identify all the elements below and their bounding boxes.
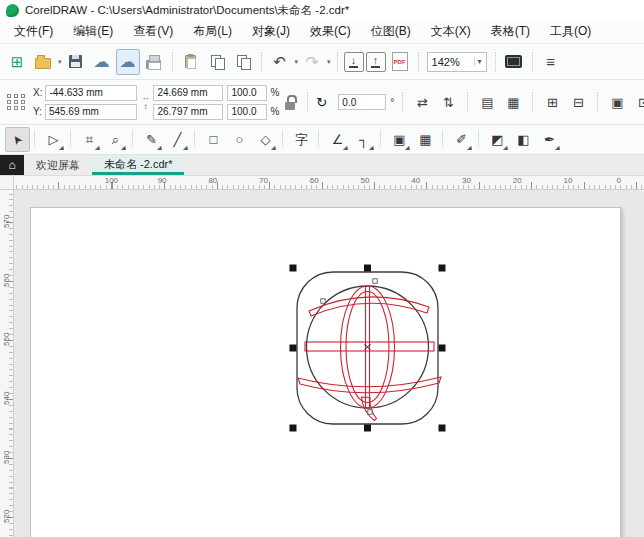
window-title: CorelDRAW - C:\Users\Administrator\Docum… xyxy=(25,3,349,18)
tool-button[interactable]: ⌕ xyxy=(103,127,128,152)
menu-item[interactable]: 布局(L) xyxy=(183,20,242,43)
tool-button[interactable]: ┐ xyxy=(351,127,376,152)
undo-button[interactable]: ↶ xyxy=(268,49,292,75)
open-dropdown-icon[interactable]: ▾ xyxy=(58,58,62,66)
paste-button[interactable] xyxy=(179,49,203,75)
redo-dropdown-icon[interactable]: ▾ xyxy=(327,58,331,66)
edit-fill-button[interactable]: ▦ xyxy=(502,91,524,113)
tool-button[interactable]: ▷ xyxy=(41,127,66,152)
y-label: Y: xyxy=(33,106,42,117)
selection-handle[interactable] xyxy=(290,345,297,352)
position-fields: X: Y: xyxy=(33,85,137,120)
zoom-level-combobox[interactable]: 142% ▾ xyxy=(427,52,487,72)
tool-icon: 字 xyxy=(295,131,308,149)
tool-button[interactable]: □ xyxy=(201,127,226,152)
separator xyxy=(467,92,468,112)
mirror-vertical-button[interactable]: ⇅ xyxy=(437,91,459,113)
chevron-down-icon[interactable]: ▾ xyxy=(474,57,482,66)
vertical-ruler[interactable]: 570560550540530520 xyxy=(0,190,14,537)
lock-ratio-button[interactable] xyxy=(285,95,297,110)
duplicate-button[interactable] xyxy=(231,49,255,75)
to-front-button[interactable]: ▣ xyxy=(606,91,628,113)
show-options-button[interactable]: ≡ xyxy=(539,49,563,75)
tool-button[interactable]: ✐ xyxy=(449,127,474,152)
ruler-number: 520 xyxy=(0,510,14,523)
menu-item[interactable]: 文本(X) xyxy=(421,20,481,43)
tool-button[interactable]: ∠ xyxy=(325,127,350,152)
tool-button[interactable]: ▦ xyxy=(413,127,438,152)
fullscreen-preview-button[interactable] xyxy=(502,49,526,75)
tool-icon: ▷ xyxy=(49,132,59,147)
selection-handle[interactable] xyxy=(364,425,371,432)
size-fields xyxy=(153,85,223,120)
separator xyxy=(172,52,173,72)
object-height-input[interactable] xyxy=(153,104,223,120)
selection-handle[interactable] xyxy=(439,265,446,272)
scale-vertical-input[interactable] xyxy=(227,104,267,120)
selection-handle[interactable] xyxy=(364,265,371,272)
menu-item[interactable]: 文件(F) xyxy=(4,20,63,43)
group-button[interactable]: ⊞ xyxy=(541,91,563,113)
tab-welcome-screen[interactable]: 欢迎屏幕 xyxy=(24,155,92,175)
to-back-button[interactable]: ⊡ xyxy=(632,91,644,113)
export-button[interactable]: ↑ xyxy=(366,52,386,72)
tool-button[interactable]: ⌗ xyxy=(77,127,102,152)
tool-button[interactable]: ◧ xyxy=(511,127,536,152)
wrap-text-button[interactable]: ▤ xyxy=(476,91,498,113)
menu-item[interactable]: 效果(C) xyxy=(300,20,361,43)
selection-handle[interactable] xyxy=(439,345,446,352)
floppy-icon xyxy=(69,55,82,68)
publish-to-pdf-button[interactable]: PDF xyxy=(388,49,412,75)
undo-dropdown-icon[interactable]: ▾ xyxy=(295,58,299,66)
object-origin-selector[interactable] xyxy=(7,94,26,110)
tool-button[interactable]: ╱ xyxy=(165,127,190,152)
mirror-horizontal-button[interactable]: ⇄ xyxy=(411,91,433,113)
import-button[interactable]: ↓ xyxy=(344,52,364,72)
open-from-cloud-button[interactable]: ☁ xyxy=(90,49,114,75)
selection-handle[interactable] xyxy=(290,425,297,432)
selection-handle[interactable] xyxy=(290,265,297,272)
print-button[interactable] xyxy=(142,49,166,75)
rotation-angle-input[interactable] xyxy=(338,94,386,110)
selected-object-globe-drawing[interactable] xyxy=(284,258,454,438)
save-to-cloud-button[interactable]: ☁ xyxy=(116,49,140,75)
welcome-home-tab[interactable]: ⌂ xyxy=(0,155,24,175)
drawing-window[interactable] xyxy=(14,190,644,537)
menu-item[interactable]: 表格(T) xyxy=(481,20,540,43)
new-document-button[interactable]: ⊞ xyxy=(5,49,29,75)
separator xyxy=(337,52,338,72)
menu-item[interactable]: 对象(J) xyxy=(242,20,300,43)
redo-button[interactable]: ↷ xyxy=(300,49,324,75)
ruler-number: 530 xyxy=(0,451,14,464)
ruler-number: 90 xyxy=(137,176,188,185)
tool-icon: ➤ xyxy=(9,131,26,147)
tool-button[interactable]: ✒ xyxy=(537,127,562,152)
open-document-button[interactable] xyxy=(31,49,55,75)
y-position-input[interactable] xyxy=(45,104,137,120)
ruler-corner[interactable] xyxy=(0,176,14,189)
object-width-input[interactable] xyxy=(153,85,223,101)
tool-button[interactable]: ◩ xyxy=(485,127,510,152)
scale-horizontal-input[interactable] xyxy=(227,85,267,101)
menu-item[interactable]: 工具(O) xyxy=(540,20,601,43)
menu-item[interactable]: 编辑(E) xyxy=(63,20,123,43)
tool-button[interactable]: ○ xyxy=(227,127,252,152)
document-page[interactable] xyxy=(30,207,621,537)
tool-button[interactable]: 字 xyxy=(289,127,314,152)
tab-document[interactable]: 未命名 -2.cdr* xyxy=(92,155,184,175)
selection-handle[interactable] xyxy=(439,425,446,432)
menu-item[interactable]: 查看(V) xyxy=(123,20,183,43)
x-position-input[interactable] xyxy=(45,85,137,101)
tool-button[interactable]: ✎ xyxy=(139,127,164,152)
save-button[interactable] xyxy=(64,49,88,75)
ruler-number: 100 xyxy=(86,176,137,185)
tool-button[interactable]: ▣ xyxy=(387,127,412,152)
copy-button[interactable] xyxy=(205,49,229,75)
tool-button[interactable]: ➤ xyxy=(5,127,30,152)
ruler-number: 60 xyxy=(289,176,340,185)
tool-button[interactable]: ◇ xyxy=(253,127,278,152)
menu-item[interactable]: 位图(B) xyxy=(361,20,421,43)
ungroup-button[interactable]: ⊟ xyxy=(567,91,589,113)
horizontal-ruler[interactable]: 1009080706050403020100 xyxy=(14,176,644,189)
flyout-corner-icon xyxy=(503,146,508,150)
